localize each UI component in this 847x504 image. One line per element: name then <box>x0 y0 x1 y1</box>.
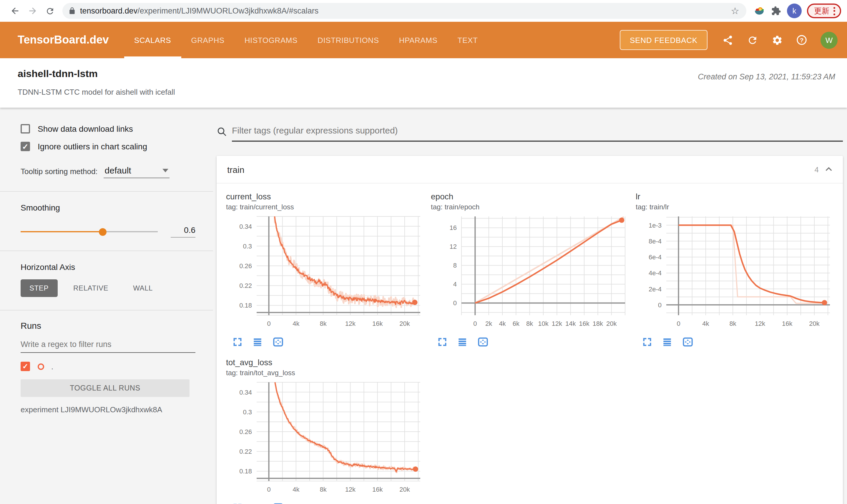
forward-icon[interactable] <box>23 2 41 20</box>
run-name: . <box>51 362 53 371</box>
lock-icon <box>68 7 76 15</box>
checkbox-icon[interactable]: ✓ <box>21 124 30 133</box>
axis-option-wall[interactable]: WALL <box>124 280 161 297</box>
smoothing-value[interactable]: 0.6 <box>171 225 195 238</box>
back-icon[interactable] <box>6 2 23 20</box>
settings-gear-icon[interactable] <box>766 30 788 51</box>
expand-chart-icon[interactable] <box>232 337 242 347</box>
train-section-card: train 4 current_loss tag: train/current_… <box>217 156 843 504</box>
svg-text:1e-3: 1e-3 <box>649 222 661 229</box>
svg-text:12k: 12k <box>755 320 765 327</box>
expand-chart-icon[interactable] <box>437 337 447 347</box>
chart-title: epoch <box>431 192 636 201</box>
svg-text:20k: 20k <box>399 320 410 327</box>
svg-text:12k: 12k <box>552 320 563 327</box>
data-table-icon[interactable] <box>662 337 672 347</box>
account-avatar[interactable]: W <box>820 32 837 49</box>
divider <box>0 191 213 192</box>
fit-domain-icon[interactable] <box>273 337 284 347</box>
chart-tag: tag: train/epoch <box>431 203 636 211</box>
runs-filter-input[interactable] <box>21 336 195 353</box>
chevron-up-icon[interactable] <box>824 165 833 174</box>
tab-distributions[interactable]: DISTRIBUTIONS <box>308 22 389 58</box>
svg-text:0: 0 <box>267 320 271 327</box>
chart-plot[interactable]: 04k8k12k16k20k02e-44e-46e-48e-41e-3 <box>636 213 836 329</box>
show-download-links-checkbox[interactable]: ✓ Show data download links <box>21 124 195 133</box>
refresh-icon[interactable] <box>742 30 763 51</box>
data-table-icon[interactable] <box>253 337 262 347</box>
train-section-header[interactable]: train 4 <box>217 156 843 183</box>
share-icon[interactable] <box>717 30 738 51</box>
svg-text:0.22: 0.22 <box>239 448 252 455</box>
checkbox-icon[interactable]: ✓ <box>21 142 30 151</box>
svg-text:16k: 16k <box>372 320 383 327</box>
scalar-chart-lr: lr tag: train/lr 04k8k12k16k20k02e-44e-4… <box>636 192 841 347</box>
svg-text:4k: 4k <box>293 320 299 327</box>
svg-text:4: 4 <box>453 281 457 288</box>
fit-domain-icon[interactable] <box>273 503 284 504</box>
fit-domain-icon[interactable] <box>477 337 488 347</box>
address-bar[interactable]: tensorboard.dev/experiment/LJI9MWUORLOw3… <box>63 3 746 19</box>
reload-icon[interactable] <box>41 2 59 20</box>
chart-plot[interactable]: 02k4k6k8k10k12k14k16k18k20k0481216 <box>431 213 631 329</box>
runs-label: Runs <box>21 321 195 330</box>
send-feedback-button[interactable]: SEND FEEDBACK <box>620 30 708 50</box>
browser-profile-avatar[interactable]: k <box>787 3 802 18</box>
tab-graphs[interactable]: GRAPHS <box>181 22 234 58</box>
toggle-all-runs-button[interactable]: TOGGLE ALL RUNS <box>21 379 190 397</box>
browser-update-menu[interactable]: 更新 <box>807 3 841 18</box>
app-logo: TensorBoard.dev <box>0 22 124 58</box>
chart-tag: tag: train/current_loss <box>226 203 431 211</box>
svg-text:16: 16 <box>450 224 457 231</box>
filter-tags-input[interactable] <box>232 122 843 142</box>
fit-domain-icon[interactable] <box>682 337 693 347</box>
chart-title: current_loss <box>226 192 431 201</box>
svg-text:4k: 4k <box>499 320 506 327</box>
smoothing-slider[interactable] <box>21 227 158 236</box>
experiment-header: aishell-tdnn-lstm TDNN-LSTM CTC model fo… <box>0 58 847 108</box>
horizontal-axis-label: Horizontal Axis <box>21 262 195 272</box>
svg-text:0.34: 0.34 <box>239 223 252 230</box>
experiment-description: TDNN-LSTM CTC model for aishell with ice… <box>18 88 175 96</box>
svg-text:12: 12 <box>450 243 457 250</box>
data-table-icon[interactable] <box>253 503 262 504</box>
slider-handle[interactable] <box>99 228 106 236</box>
extensions-puzzle-icon[interactable] <box>767 3 784 19</box>
expand-chart-icon[interactable] <box>642 337 652 347</box>
tab-hparams[interactable]: HPARAMS <box>389 22 448 58</box>
main-panel: train 4 current_loss tag: train/current_… <box>213 108 847 504</box>
tooltip-sorting-select[interactable]: default <box>104 165 170 178</box>
smoothing-label: Smoothing <box>21 203 195 212</box>
svg-text:16k: 16k <box>579 320 589 327</box>
url-text: tensorboard.dev/experiment/LJI9MWUORLOw3… <box>80 6 730 15</box>
experiment-created-date: Created on Sep 13, 2021, 11:59:23 AM <box>698 72 835 108</box>
tab-text[interactable]: TEXT <box>448 22 488 58</box>
scalar-chart-epoch: epoch tag: train/epoch 02k4k6k8k10k12k14… <box>431 192 636 347</box>
expand-chart-icon[interactable] <box>232 503 242 504</box>
fruit-bowl-extension-icon[interactable] <box>751 3 767 19</box>
svg-text:20k: 20k <box>809 320 819 327</box>
tab-scalars[interactable]: SCALARS <box>124 22 181 58</box>
tab-histograms[interactable]: HISTOGRAMS <box>235 22 308 58</box>
axis-option-step[interactable]: STEP <box>21 280 57 297</box>
run-checkbox[interactable]: ✓ <box>21 362 30 371</box>
svg-text:4k: 4k <box>702 320 709 327</box>
svg-text:6k: 6k <box>513 320 520 327</box>
ignore-outliers-checkbox[interactable]: ✓ Ignore outliers in chart scaling <box>21 142 195 151</box>
svg-text:20k: 20k <box>606 320 617 327</box>
svg-text:0.3: 0.3 <box>243 409 252 416</box>
axis-option-relative[interactable]: RELATIVE <box>65 280 117 297</box>
bookmark-star-icon[interactable]: ☆ <box>730 5 741 16</box>
svg-text:8k: 8k <box>526 320 533 327</box>
svg-text:0: 0 <box>677 320 680 327</box>
settings-sidebar: ✓ Show data download links ✓ Ignore outl… <box>0 108 213 504</box>
svg-text:2k: 2k <box>485 320 492 327</box>
svg-text:0: 0 <box>453 299 457 307</box>
data-table-icon[interactable] <box>457 337 467 347</box>
chart-plot[interactable]: 04k8k12k16k20k0.180.220.260.30.34 <box>226 213 426 329</box>
chart-plot[interactable]: 04k8k12k16k20k0.180.220.260.30.34 <box>226 379 426 495</box>
search-icon <box>217 126 227 137</box>
help-icon[interactable]: ? <box>791 30 812 51</box>
svg-text:16k: 16k <box>372 486 383 493</box>
horizontal-axis-toggle: STEPRELATIVEWALL <box>21 280 195 297</box>
